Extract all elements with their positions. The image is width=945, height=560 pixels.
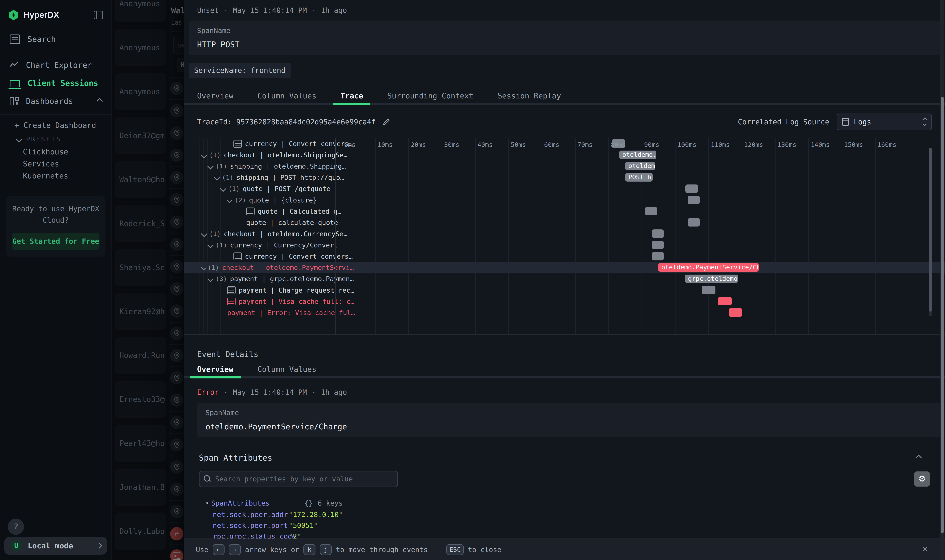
settings-gear-button[interactable]: ⚙ bbox=[914, 471, 930, 486]
expand-chevron-icon[interactable] bbox=[207, 242, 213, 248]
k-key[interactable]: k bbox=[304, 544, 316, 555]
log-source-select[interactable]: Logs bbox=[837, 114, 932, 131]
navigation-event-icon[interactable]: ⇄ bbox=[170, 527, 183, 540]
service-name-chip[interactable]: ServiceName: frontend bbox=[189, 63, 291, 78]
trace-span-row[interactable]: quote | Calculated q… bbox=[184, 206, 945, 217]
span-duration-bar[interactable] bbox=[652, 241, 664, 249]
span-duration-bar[interactable] bbox=[718, 297, 732, 306]
location-pin-icon[interactable] bbox=[170, 104, 183, 117]
event-tab-overview[interactable]: Overview bbox=[190, 360, 240, 378]
location-pin-icon[interactable] bbox=[170, 416, 183, 429]
trace-span-row[interactable]: currency | Convert convers… bbox=[184, 251, 945, 262]
esc-key[interactable]: ESC bbox=[446, 544, 464, 555]
get-started-button[interactable]: Get Started for Free bbox=[12, 233, 99, 250]
location-pin-icon[interactable] bbox=[170, 126, 183, 140]
edit-pencil-icon[interactable] bbox=[383, 118, 390, 125]
span-duration-bar[interactable] bbox=[685, 185, 698, 193]
expand-chevron-icon[interactable] bbox=[201, 265, 206, 270]
tree-chart-splitter[interactable] bbox=[335, 138, 336, 334]
location-pin-icon[interactable] bbox=[170, 149, 183, 162]
attribute-value[interactable]: 172.28.0.10 bbox=[289, 511, 343, 518]
trace-span-row[interactable]: payment | Charge request rec… bbox=[184, 285, 945, 296]
scrollbar-thumb[interactable] bbox=[929, 148, 932, 312]
location-pin-icon[interactable] bbox=[170, 460, 183, 474]
span-duration-bar[interactable]: oteldemo. bbox=[619, 151, 656, 159]
arrow-left-key[interactable]: ← bbox=[213, 544, 225, 555]
attributes-root-row[interactable]: ▾ SpanAttributes {} 6 keys bbox=[205, 499, 930, 507]
console-error-icon[interactable]: >_ bbox=[170, 549, 183, 560]
session-card[interactable]: Anonymous bbox=[115, 73, 166, 110]
trace-span-row[interactable]: payment | Error: Visa cache ful… bbox=[184, 307, 945, 318]
expand-chevron-icon[interactable] bbox=[201, 231, 207, 237]
expand-chevron-icon[interactable] bbox=[214, 174, 220, 181]
preset-item-kubernetes[interactable]: Kubernetes bbox=[0, 170, 111, 182]
preset-item-clickhouse[interactable]: Clickhouse bbox=[0, 146, 111, 158]
session-card[interactable]: Deion37@gm bbox=[115, 117, 166, 154]
location-pin-icon[interactable] bbox=[170, 483, 183, 496]
arrow-right-key[interactable]: → bbox=[229, 544, 241, 555]
trace-span-row[interactable]: payment | Visa cache full: c… bbox=[184, 296, 945, 307]
sidebar-item-client-sessions[interactable]: Client Sessions bbox=[0, 74, 111, 92]
j-key[interactable]: j bbox=[320, 544, 332, 555]
location-pin-icon[interactable] bbox=[170, 394, 183, 407]
span-duration-bar[interactable]: oteldemo bbox=[625, 162, 655, 170]
trace-span-row[interactable]: quote | calculate-quote bbox=[184, 217, 945, 228]
tab-surrounding-context[interactable]: Surrounding Context bbox=[380, 87, 481, 105]
span-duration-bar[interactable]: POST h bbox=[625, 173, 653, 182]
trace-span-row[interactable]: (3)payment | grpc.oteldemo.Paymen…grpc.o… bbox=[184, 273, 945, 285]
tab-session-replay[interactable]: Session Replay bbox=[490, 87, 568, 105]
trace-span-row[interactable]: (2)quote | {closure} bbox=[184, 194, 945, 206]
trace-span-row[interactable]: (1)checkout | oteldemo.ShippingSe…otelde… bbox=[184, 149, 945, 161]
trace-span-row[interactable]: (1)shipping | POST http://quo…POST h bbox=[184, 172, 945, 183]
trace-span-row[interactable]: (1)checkout | oteldemo.CurrencySe… bbox=[184, 228, 945, 240]
preset-item-services[interactable]: Services bbox=[0, 158, 111, 170]
session-card[interactable]: Dolly.Lubo bbox=[115, 512, 166, 550]
close-icon[interactable]: × bbox=[922, 543, 928, 555]
trace-span-row[interactable]: (1)checkout | oteldemo.PaymentServi…otel… bbox=[184, 262, 945, 273]
user-menu[interactable]: U Local mode bbox=[4, 537, 108, 555]
collapse-section-icon[interactable] bbox=[916, 455, 922, 461]
create-dashboard-button[interactable]: + Create Dashboard bbox=[0, 118, 111, 132]
span-duration-bar[interactable] bbox=[645, 207, 657, 215]
event-tab-column-values[interactable]: Column Values bbox=[250, 360, 324, 378]
expand-chevron-icon[interactable] bbox=[226, 197, 233, 203]
session-search-input[interactable]: Sea bbox=[173, 37, 184, 54]
location-pin-icon[interactable] bbox=[170, 171, 183, 184]
session-card[interactable]: Walton9@ho bbox=[115, 161, 166, 198]
span-duration-bar[interactable]: oteldemo.PaymentService/Char bbox=[658, 263, 758, 272]
span-duration-bar[interactable] bbox=[729, 308, 742, 317]
location-pin-icon[interactable] bbox=[170, 193, 183, 206]
session-card[interactable]: Shaniya.Sc bbox=[115, 249, 166, 286]
expand-chevron-icon[interactable] bbox=[220, 186, 226, 192]
location-pin-icon[interactable] bbox=[170, 215, 183, 229]
span-duration-bar[interactable] bbox=[688, 196, 700, 204]
drawer-scrollbar[interactable] bbox=[940, 0, 944, 560]
location-pin-icon[interactable] bbox=[170, 238, 183, 251]
expand-chevron-icon[interactable] bbox=[207, 163, 213, 169]
sidebar-collapse-icon[interactable] bbox=[94, 11, 103, 19]
location-pin-icon[interactable] bbox=[170, 82, 183, 95]
span-duration-bar[interactable] bbox=[652, 252, 664, 260]
sidebar-item-chart-explorer[interactable]: Chart Explorer bbox=[0, 56, 111, 74]
location-pin-icon[interactable] bbox=[170, 327, 183, 340]
session-card[interactable]: Jonathan.B bbox=[115, 469, 166, 506]
session-card[interactable]: Ernesto33@ bbox=[115, 381, 166, 418]
session-card[interactable]: Anonymous bbox=[115, 0, 166, 22]
waterfall-scrollbar[interactable] bbox=[929, 148, 932, 317]
tab-overview[interactable]: Overview bbox=[190, 87, 240, 105]
location-pin-icon[interactable] bbox=[170, 371, 183, 385]
location-pin-icon[interactable] bbox=[170, 349, 183, 362]
location-pin-icon[interactable] bbox=[170, 282, 183, 295]
session-card[interactable]: Anonymous bbox=[115, 29, 166, 66]
sidebar-item-dashboards[interactable]: Dashboards bbox=[0, 92, 111, 110]
location-pin-icon[interactable] bbox=[170, 505, 183, 518]
help-button[interactable]: ? bbox=[8, 518, 24, 535]
session-card[interactable]: Pearl43@ho bbox=[115, 425, 166, 462]
expand-chevron-icon[interactable] bbox=[201, 152, 207, 158]
sidebar-item-search[interactable]: Search bbox=[0, 30, 111, 48]
attribute-key[interactable]: net.sock.peer.addr bbox=[213, 511, 289, 518]
trace-span-row[interactable]: currency | Convert convers… bbox=[184, 138, 945, 149]
span-duration-bar[interactable]: grpc.oteldemo. bbox=[685, 275, 738, 283]
tab-column-values[interactable]: Column Values bbox=[250, 87, 324, 105]
span-duration-bar[interactable] bbox=[702, 286, 715, 294]
